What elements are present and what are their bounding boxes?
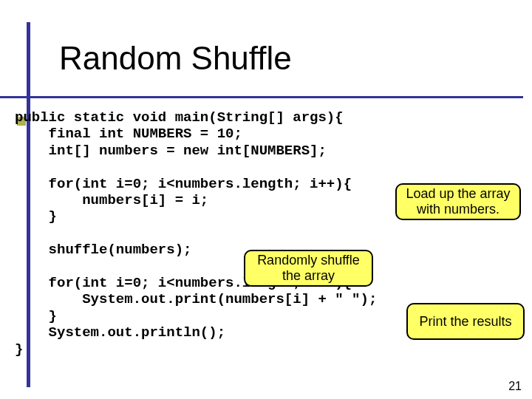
code-line: System.out.print(numbers[i] + " "); xyxy=(15,291,377,307)
callout-shuffle: Randomly shuffle the array xyxy=(244,250,373,287)
code-line: for(int i=0; i<numbers.length; i++){ xyxy=(15,176,352,192)
code-block: public static void main(String[] args){ … xyxy=(15,109,377,358)
callout-load-array: Load up the array with numbers. xyxy=(395,183,521,220)
code-line: } xyxy=(15,308,57,324)
slide: Random Shuffle public static void main(S… xyxy=(0,0,532,399)
callout-text: Print the results xyxy=(419,314,511,330)
slide-title: Random Shuffle xyxy=(59,40,292,77)
horizontal-rule xyxy=(0,96,523,98)
page-number: 21 xyxy=(508,380,522,393)
code-line: } xyxy=(15,208,57,225)
code-line: numbers[i] = i; xyxy=(15,192,208,208)
code-line: final int NUMBERS = 10; xyxy=(15,126,242,142)
code-line: int[] numbers = new int[NUMBERS]; xyxy=(15,143,327,159)
code-line: public static void main(String[] args){ xyxy=(15,109,344,126)
callout-text: Randomly shuffle the array xyxy=(253,253,364,283)
callout-print: Print the results xyxy=(406,303,525,340)
code-line: } xyxy=(15,341,23,358)
callout-text: Load up the array with numbers. xyxy=(404,186,512,216)
code-line: shuffle(numbers); xyxy=(15,242,191,258)
code-line: System.out.println(); xyxy=(15,324,225,341)
